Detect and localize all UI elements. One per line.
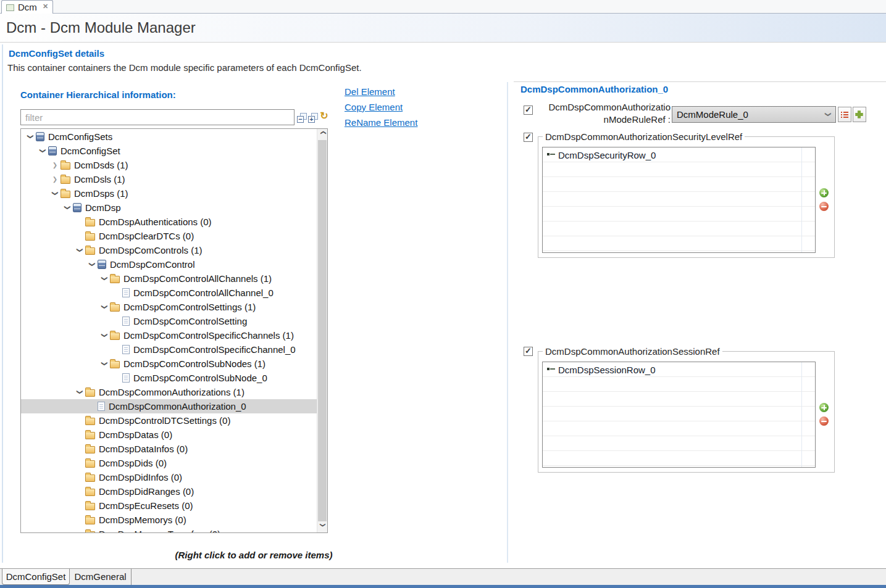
tree-item[interactable]: DcmDsls (1) [21,172,317,186]
del-element-link[interactable]: Del Element [345,86,417,97]
remove-row-icon[interactable] [819,202,829,211]
tree-item[interactable]: DcmDspDatas (0) [21,428,317,442]
refresh-icon[interactable] [319,110,330,122]
folder-icon [110,276,120,283]
tree-item[interactable]: DcmConfigSets [21,130,317,144]
folder-icon [85,489,95,496]
reference-icon [547,152,556,158]
folder-icon [85,517,95,524]
chevron-expanded-icon[interactable] [62,204,73,211]
reference-row[interactable]: DcmDspSecurityRow_0 [543,147,815,162]
scrollbar-thumb[interactable] [318,140,327,521]
page-title: Dcm - Dcm Module Manager [6,14,196,42]
tree-item[interactable]: DcmDspMemorys (0) [21,513,317,527]
folder-icon [110,361,120,368]
tree-item[interactable]: DcmDspClearDTCs (0) [21,229,317,243]
scroll-up-icon[interactable] [317,130,328,139]
chevron-expanded-icon[interactable] [49,190,61,197]
tree-item[interactable]: DcmDspComControlSubNodes (1) [21,357,317,371]
tab-dcmgeneral[interactable]: DcmGeneral [70,569,132,585]
security-level-ref-checkbox[interactable] [524,133,533,142]
chevron-expanded-icon[interactable] [99,360,110,367]
chevron-expanded-icon[interactable] [99,304,110,310]
chevron-expanded-icon[interactable] [99,275,110,282]
chevron-collapsed-icon[interactable] [49,162,61,168]
tree-item[interactable]: DcmDspDids (0) [21,456,317,470]
mode-rule-value: DcmModeRule_0 [677,107,748,122]
chevron-expanded-icon[interactable] [74,247,85,254]
tree-item[interactable]: DcmDspDidRanges (0) [21,484,317,499]
section-heading: DcmConfigSet details [9,48,104,59]
mode-rule-dropdown[interactable]: DcmModeRule_0 [672,106,836,123]
tree-item[interactable]: DcmDspComControl [21,257,317,271]
add-row-icon[interactable] [819,403,829,412]
tree-item-label: DcmDspComControlAllChannel_0 [133,288,274,298]
folder-icon [85,233,95,241]
tree-item[interactable]: DcmDspComControlSettings (1) [21,300,317,314]
section-description: This container containers the Dcm module… [7,62,362,73]
tree-item[interactable]: DcmDspEcuResets (0) [21,499,317,513]
tree-item[interactable]: DcmDsps (1) [21,186,317,201]
session-ref-list[interactable]: DcmDspSessionRow_0 [542,362,816,468]
details-heading: DcmDspCommonAuthorization_0 [520,84,668,94]
folder-icon [85,460,95,468]
chevron-expanded-icon[interactable] [86,261,98,268]
tree-item[interactable]: DcmDspControlDTCSettings (0) [21,413,317,428]
table-icon [36,132,44,141]
tree-item-label: DcmDspMemorys (0) [99,515,186,525]
tab-dcmconfigset[interactable]: DcmConfigSet [2,569,70,585]
session-ref-checkbox[interactable] [524,347,533,356]
folder-icon [85,219,95,226]
copy-element-link[interactable]: Copy Element [345,102,417,112]
tree-item[interactable]: DcmDsp [21,201,317,215]
tree-item[interactable]: DcmDspCommonAuthorizations (1) [21,385,317,399]
security-level-ref-list[interactable]: DcmDspSecurityRow_0 [542,147,816,253]
mode-rule-checkbox[interactable] [524,106,533,115]
folder-icon [85,503,95,510]
tree-item[interactable]: DcmDspCommonAuthorization_0 [21,399,317,413]
collapse-all-icon[interactable] [297,113,307,123]
tree-item[interactable]: DcmDspComControlAllChannel_0 [21,286,317,300]
tree-item[interactable]: DcmDspMemoryTransfers (0) [21,527,317,533]
chevron-expanded-icon[interactable] [25,133,36,140]
tree-item[interactable]: DcmDspComControlSetting [21,314,317,328]
add-row-icon[interactable] [819,188,829,197]
collapse-all-front [297,116,304,123]
tree-item[interactable]: DcmDspDidInfos (0) [21,470,317,484]
filter-input[interactable] [20,109,295,125]
tree-item[interactable]: DcmDspComControlSpecificChannels (1) [21,328,317,342]
tree-item[interactable]: DcmDspComControls (1) [21,243,317,257]
tree-scrollbar[interactable] [317,129,327,532]
chevron-expanded-icon[interactable] [99,332,110,339]
folder-icon [85,432,95,439]
tree-item-label: DcmDspComControlSpecificChannel_0 [133,344,296,355]
close-icon[interactable] [41,2,49,11]
remove-row-icon[interactable] [819,416,829,426]
tree-item[interactable]: DcmDspAuthentications (0) [21,215,317,229]
tree-item[interactable]: DcmDsds (1) [21,158,317,172]
reference-row-label: DcmDspSessionRow_0 [558,365,656,375]
editor-tab-dcm[interactable]: Dcm [1,0,53,14]
tree-item[interactable]: DcmDspComControlSubNode_0 [21,371,317,385]
reference-row[interactable]: DcmDspSessionRow_0 [543,362,815,377]
tree-item[interactable]: DcmDspComControlAllChannels (1) [21,271,317,286]
rename-element-link[interactable]: ReName Element [345,117,417,128]
tree-item-label: DcmDspMemoryTransfers (0) [99,529,220,533]
tree-item-label: DcmDspAuthentications (0) [99,217,212,227]
expand-all-icon[interactable] [308,113,318,123]
tree-item[interactable]: DcmConfigSet [21,144,317,158]
tree-item-label: DcmDspClearDTCs (0) [99,231,194,241]
title-band: Dcm - Dcm Module Manager [0,14,886,43]
scroll-down-icon[interactable] [317,522,328,532]
chevron-collapsed-icon[interactable] [49,176,61,183]
tree-item[interactable]: DcmDspDataInfos (0) [21,442,317,456]
folder-icon [61,162,70,170]
security-level-ref-legend: DcmDspCommonAuthorizationSecurityLevelRe… [543,131,745,142]
add-reference-button[interactable] [853,107,866,122]
chevron-expanded-icon[interactable] [37,147,48,154]
tree-item-label: DcmDspDataInfos (0) [99,444,188,454]
reference-list-button[interactable] [838,107,851,122]
tree-item-label: DcmConfigSet [61,146,120,156]
chevron-expanded-icon[interactable] [74,389,85,395]
tree-item[interactable]: DcmDspComControlSpecificChannel_0 [21,342,317,357]
